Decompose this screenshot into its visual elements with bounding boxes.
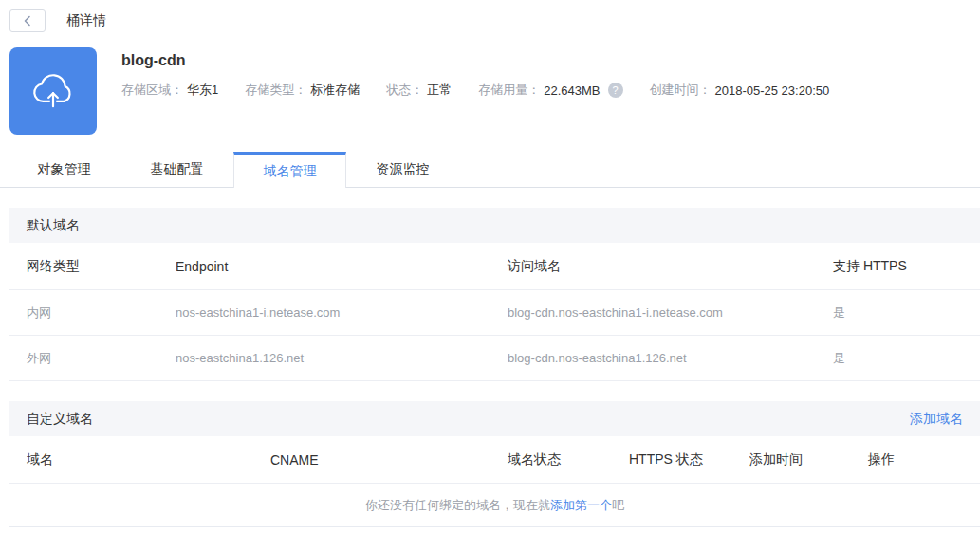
add-first-domain-link[interactable]: 添加第一个 [550, 497, 612, 514]
topbar: 桶详情 [0, 0, 980, 32]
info-label: 存储区域： [121, 82, 183, 99]
col-network-type: 网络类型 [27, 258, 176, 275]
cell-network-type: 内网 [27, 304, 176, 322]
default-domain-table: 网络类型 Endpoint 访问域名 支持 HTTPS 内网 nos-eastc… [9, 243, 980, 381]
bucket-info-row: 存储区域： 华东1 存储类型： 标准存储 状态： 正常 存储用量： 22.643… [121, 82, 856, 99]
cell-access-domain: blog-cdn.nos-eastchina1.126.net [508, 351, 833, 365]
section-title: 自定义域名 [27, 411, 93, 428]
info-value: 标准存储 [310, 82, 360, 99]
bucket-name: blog-cdn [121, 52, 856, 69]
info-label: 存储用量： [478, 82, 540, 99]
info-label: 创建时间： [650, 82, 712, 99]
page-title: 桶详情 [66, 12, 106, 29]
info-label: 存储类型： [245, 82, 306, 99]
tab-resource-monitor[interactable]: 资源监控 [346, 152, 459, 187]
col-domain-status: 域名状态 [508, 451, 629, 469]
col-add-time: 添加时间 [749, 451, 868, 469]
add-domain-link[interactable]: 添加域名 [910, 411, 963, 428]
cell-network-type: 外网 [27, 350, 176, 367]
col-https-support: 支持 HTTPS [833, 258, 980, 275]
info-region: 存储区域： 华东1 [121, 82, 218, 99]
bucket-meta: blog-cdn 存储区域： 华东1 存储类型： 标准存储 状态： 正常 存储用… [121, 47, 856, 135]
empty-state-text: 吧 [612, 497, 624, 514]
tab-basic-config[interactable]: 基础配置 [120, 152, 233, 187]
table-header-row: 域名 CNAME 域名状态 HTTPS 状态 添加时间 操作 [9, 436, 980, 484]
empty-state-text: 你还没有任何绑定的域名，现在就 [365, 497, 550, 514]
help-icon[interactable]: ? [608, 83, 623, 98]
back-button[interactable] [9, 9, 46, 32]
table-header-row: 网络类型 Endpoint 访问域名 支持 HTTPS [9, 243, 980, 290]
col-domain: 域名 [27, 451, 270, 469]
bucket-upload-cloud-icon [9, 47, 97, 135]
info-label: 状态： [386, 82, 423, 99]
table-row: 外网 nos-eastchina1.126.net blog-cdn.nos-e… [9, 336, 980, 381]
tab-bar: 对象管理 基础配置 域名管理 资源监控 [0, 152, 980, 188]
col-cname: CNAME [270, 452, 508, 468]
info-storage-type: 存储类型： 标准存储 [245, 82, 360, 99]
col-actions: 操作 [868, 451, 980, 469]
bucket-header: blog-cdn 存储区域： 华东1 存储类型： 标准存储 状态： 正常 存储用… [0, 47, 980, 135]
cell-https-support: 是 [833, 350, 980, 367]
cell-endpoint: nos-eastchina1-i.netease.com [176, 305, 508, 320]
tab-domain-management[interactable]: 域名管理 [233, 152, 346, 188]
table-row: 内网 nos-eastchina1-i.netease.com blog-cdn… [9, 290, 980, 336]
section-title: 默认域名 [27, 217, 80, 234]
info-status: 状态： 正常 [386, 82, 452, 99]
tab-object-management[interactable]: 对象管理 [8, 152, 120, 187]
info-value: 22.643MB [544, 83, 600, 98]
cell-endpoint: nos-eastchina1.126.net [176, 351, 508, 365]
col-https-status: HTTPS 状态 [629, 451, 749, 469]
cell-access-domain: blog-cdn.nos-eastchina1-i.netease.com [508, 305, 833, 320]
info-usage: 存储用量： 22.643MB ? [478, 82, 622, 99]
info-value: 正常 [427, 82, 452, 99]
bucket-detail-page: 桶详情 blog-cdn 存储区域： 华东1 [0, 0, 980, 533]
cell-https-support: 是 [833, 304, 980, 322]
empty-state: 你还没有任何绑定的域名，现在就添加第一个吧 [9, 484, 980, 527]
custom-domain-table: 域名 CNAME 域名状态 HTTPS 状态 添加时间 操作 [9, 436, 980, 484]
default-domain-section-header: 默认域名 [9, 208, 980, 243]
chevron-left-icon [23, 15, 32, 27]
col-endpoint: Endpoint [176, 259, 508, 274]
info-value: 2018-05-25 23:20:50 [715, 83, 830, 98]
info-created: 创建时间： 2018-05-25 23:20:50 [650, 82, 830, 99]
custom-domain-section-header: 自定义域名 添加域名 [9, 401, 980, 436]
info-value: 华东1 [187, 82, 218, 99]
col-access-domain: 访问域名 [508, 258, 833, 275]
